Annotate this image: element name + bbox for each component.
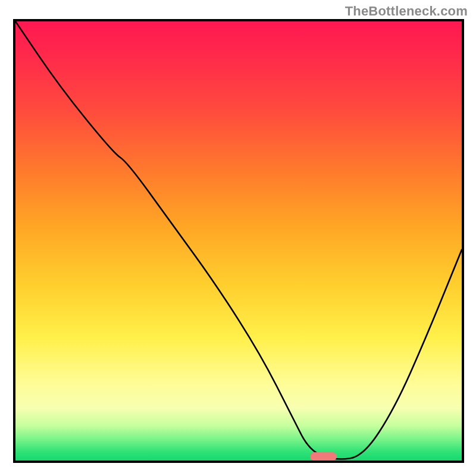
plot-area	[15, 21, 462, 461]
plot-border	[13, 19, 464, 463]
attribution-text: TheBottleneck.com	[345, 4, 468, 19]
chart-container: TheBottleneck.com	[0, 0, 476, 476]
bottleneck-curve	[15, 21, 462, 461]
optimal-marker	[310, 452, 337, 461]
